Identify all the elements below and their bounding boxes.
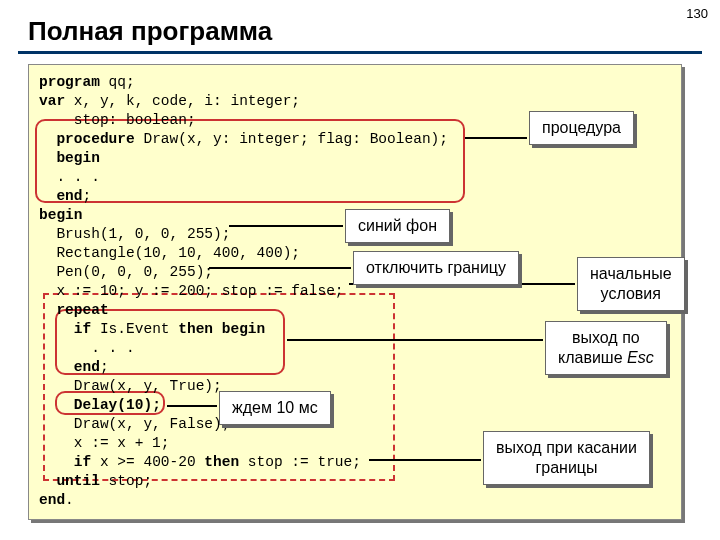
- callout-blue-bg: синий фон: [345, 209, 450, 243]
- callout-blue-bg-text: синий фон: [358, 217, 437, 234]
- callout-esc-l2a: клавише: [558, 349, 627, 366]
- callout-border-l2: границы: [535, 459, 597, 476]
- callout-esc-l1: выход по: [572, 329, 640, 346]
- callout-disable-border: отключить границу: [353, 251, 519, 285]
- conn-esc: [287, 339, 543, 341]
- callout-initial-l1: начальные: [590, 265, 672, 282]
- callout-border-exit: выход при касании границы: [483, 431, 650, 485]
- callout-initial-l2: условия: [601, 285, 661, 302]
- conn-procedure: [465, 137, 527, 139]
- callout-procedure-text: процедура: [542, 119, 621, 136]
- conn-border-exit: [369, 459, 481, 461]
- callout-wait-text: ждем 10 мс: [232, 399, 318, 416]
- callout-esc: выход по клавише Esc: [545, 321, 667, 375]
- conn-wait: [167, 405, 217, 407]
- conn-blue-bg: [229, 225, 343, 227]
- title-rule: [18, 51, 702, 54]
- callout-procedure: процедура: [529, 111, 634, 145]
- callout-disable-border-text: отключить границу: [366, 259, 506, 276]
- callout-initial: начальные условия: [577, 257, 685, 311]
- callout-border-l1: выход при касании: [496, 439, 637, 456]
- page-title: Полная программа: [28, 16, 720, 47]
- callout-esc-l2b: Esc: [627, 349, 654, 366]
- conn-disable-border: [209, 267, 351, 269]
- code-box: program qq; var x, y, k, code, i: intege…: [28, 64, 682, 520]
- callout-wait: ждем 10 мс: [219, 391, 331, 425]
- page-number: 130: [686, 6, 708, 21]
